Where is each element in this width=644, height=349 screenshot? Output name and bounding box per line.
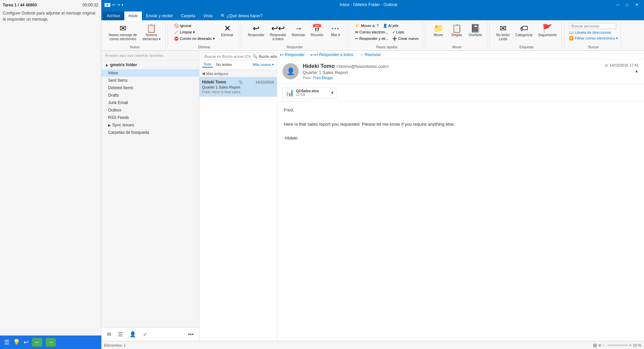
correo-btn[interactable]: ✉ Correo electrón... xyxy=(354,29,389,35)
attachment-file-icon: 📊 xyxy=(286,89,294,97)
view-grid-icon[interactable]: ⊞ xyxy=(593,343,597,348)
to-label: Para xyxy=(303,76,311,80)
nav-calendar-btn[interactable]: ☰ xyxy=(115,330,125,339)
folder-header[interactable]: ▲ gmetrix folder xyxy=(101,60,199,69)
sidebar: Arrastre aquí sus carpetas favoritas ▲ g… xyxy=(101,51,199,341)
reply-btn[interactable]: ↩ Responder xyxy=(246,23,267,39)
email-header-right: vi. 14/10/2016 17:41 ▲ xyxy=(605,63,639,73)
more-btn[interactable]: ⋯ Más ▾ xyxy=(327,23,344,39)
tab-inicio[interactable]: Inicio xyxy=(124,11,142,20)
viewer-forward-btn[interactable]: → Reenviar xyxy=(359,52,381,57)
nav-more-btn[interactable]: ••• xyxy=(185,330,196,339)
folder-sync[interactable]: ▶ Sync Issues xyxy=(101,121,199,129)
reply-all-btn[interactable]: ↩↩ Respondera todos xyxy=(268,23,289,43)
seguimiento-btn[interactable]: 🚩 Seguimiento xyxy=(536,23,559,39)
qa-save-btn[interactable]: ↩ xyxy=(112,2,116,7)
al-jefe-btn[interactable]: 👤 Al jefe xyxy=(381,23,400,29)
ribbon-group-mover: 📁 Mover 📋 Reglas 📓 OneNote Mover xyxy=(427,22,487,49)
taskbar-forward-btn[interactable]: → xyxy=(46,338,56,347)
favorites-placeholder: Arrastre aquí sus carpetas favoritas xyxy=(101,51,199,60)
tab-carpeta[interactable]: Carpeta xyxy=(177,11,199,20)
search-icon[interactable]: 🔍 xyxy=(252,54,257,59)
junk-btn[interactable]: ⛔ Correo no deseado ▾ xyxy=(173,36,216,42)
sort-dropdown[interactable]: Más nuevo ▾ xyxy=(253,63,274,67)
ribbon: ✉ Nuevo mensaje decorreo electrónico 📋 N… xyxy=(101,20,644,51)
mover-btn[interactable]: 📁 Mover xyxy=(430,23,447,39)
attachment-filename: Q1Sales.xlsx xyxy=(296,89,319,93)
viewer-reply-all-btn[interactable]: ↩↩ Responder a todos xyxy=(310,52,353,57)
viewer-reply-btn[interactable]: ↩ Responder xyxy=(280,52,305,57)
folder-deleted[interactable]: Deleted Items xyxy=(101,84,199,92)
folder-search[interactable]: Carpetas de búsqueda xyxy=(101,129,199,136)
email-from-name: Hideki Tomo xyxy=(303,63,335,69)
categorizar-btn[interactable]: 🏷 Categorizar xyxy=(513,23,535,39)
body-line-2: Here is that sales report you requested.… xyxy=(284,121,637,128)
email-preview: Fred, Here is that sales xyxy=(202,90,274,94)
sidebar-bottom-nav: ✉ ☰ 👤 ✓ ••• xyxy=(101,327,199,341)
attachment-file[interactable]: 📊 Q1Sales.xlsx 12 KB ▾ xyxy=(282,87,337,98)
email-search-input[interactable] xyxy=(204,54,251,58)
folder-drafts[interactable]: Drafts xyxy=(101,92,199,99)
no-leido-btn[interactable]: ✉ No leído/Leído xyxy=(494,23,512,43)
attachment-dropdown-btn[interactable]: ▾ xyxy=(331,90,333,95)
address-book-link[interactable]: 📖 Libreta de direcciones xyxy=(569,30,611,35)
email-item-0[interactable]: Hideki Tomo 📎 14/10/2016 Quarter 1 Sales… xyxy=(199,77,277,97)
folder-inbox[interactable]: Inbox xyxy=(101,69,199,77)
nav-people-btn[interactable]: 👤 xyxy=(127,330,139,339)
tab-search[interactable]: 🔍 ¿Qué desea hacer? xyxy=(217,11,267,20)
ribbon-group-etiquetas: ✉ No leído/Leído 🏷 Categorizar 🚩 Seguimi… xyxy=(492,22,562,49)
delete-btn[interactable]: ✕ Eliminar xyxy=(219,23,236,39)
new-email-btn[interactable]: ✉ Nuevo mensaje decorreo electrónico xyxy=(107,23,139,43)
taskbar-hint-btn[interactable]: 💡 xyxy=(13,339,20,346)
folder-sent[interactable]: Sent Items xyxy=(101,77,199,84)
view-list-icon[interactable]: ≡ xyxy=(598,343,601,348)
email-sender: Hideki Tomo xyxy=(202,80,226,84)
taskbar-menu-btn[interactable]: ☰ xyxy=(4,339,9,346)
filter-tab-all[interactable]: Todo xyxy=(202,61,213,68)
email-body: Fred, Here is that sales report you requ… xyxy=(277,101,644,341)
quick-access-toolbar: 📧 ↩ ↪ ▾ xyxy=(104,2,123,8)
responder-eli-btn[interactable]: ↩ Responder y eli... xyxy=(354,36,390,42)
ignore-btn[interactable]: 🚫 Ignorar xyxy=(173,23,216,29)
minimize-btn[interactable]: ─ xyxy=(614,2,622,8)
listo-btn[interactable]: ✓ Listo xyxy=(391,29,405,35)
expand-details-btn[interactable]: ▲ xyxy=(635,69,639,73)
mover-a-btn[interactable]: 📁 Mover a: ? xyxy=(354,23,380,29)
search-people-field[interactable] xyxy=(571,24,614,28)
to-name: Fred Bloggs xyxy=(313,76,333,80)
attachment-bar: 📊 Q1Sales.xlsx 12 KB ▾ xyxy=(277,84,644,101)
folder-junk[interactable]: Junk Email xyxy=(101,99,199,106)
qa-undo-btn[interactable]: ↪ xyxy=(117,2,120,7)
tab-archivo[interactable]: Archivo xyxy=(103,11,124,20)
clean-btn[interactable]: 🧹 Limpiar ▾ xyxy=(173,29,216,35)
zoom-slider[interactable] xyxy=(608,345,628,346)
taskbar-back-btn[interactable]: ← xyxy=(32,338,42,347)
folder-rss[interactable]: RSS Feeds xyxy=(101,114,199,121)
viewer-toolbar: ↩ Responder ↩↩ Responder a todos → Reenv… xyxy=(277,51,644,59)
main-content: Arrastre aquí sus carpetas favoritas ▲ g… xyxy=(101,51,644,341)
email-subject: Quarter 1 Sales Report xyxy=(202,85,274,89)
new-items-btn[interactable]: 📋 Nuevoselementos ▾ xyxy=(140,23,163,43)
tab-vista[interactable]: Vista xyxy=(199,11,216,20)
tab-enviar-recibir[interactable]: Enviar y recibir xyxy=(142,11,177,20)
zoom-control: + 10 % xyxy=(608,343,641,348)
reglas-btn[interactable]: 📋 Reglas xyxy=(448,23,465,39)
search-people-input[interactable] xyxy=(569,23,616,29)
maximize-btn[interactable]: □ xyxy=(623,2,631,8)
filter-email-link[interactable]: 🔽 Filtrar correo electrónico ▾ xyxy=(569,36,618,41)
folder-outbox[interactable]: Outbox xyxy=(101,106,199,114)
crear-nuevo-btn[interactable]: ➕ Crear nuevo xyxy=(391,36,420,42)
filter-tab-unread[interactable]: No leídos xyxy=(215,62,233,67)
ribbon-group-buscar: 📖 Libreta de direcciones 🔽 Filtrar corre… xyxy=(566,22,621,49)
nav-tasks-btn[interactable]: ✓ xyxy=(140,330,150,339)
zoom-plus-icon[interactable]: + xyxy=(629,343,631,348)
onenote-btn[interactable]: 📓 OneNote xyxy=(467,23,484,39)
ribbon-group-nuevo: ✉ Nuevo mensaje decorreo electrónico 📋 N… xyxy=(104,22,166,49)
taskbar-undo-btn[interactable]: ↩ xyxy=(24,339,29,346)
attachment-filesize: 12 KB xyxy=(296,93,319,97)
close-btn[interactable]: ✕ xyxy=(633,2,641,8)
nav-mail-btn[interactable]: ✉ xyxy=(104,330,114,339)
meeting-btn[interactable]: 📅 Reunión xyxy=(308,23,325,39)
forward-btn[interactable]: → Reenviar xyxy=(290,23,307,39)
zoom-minus-icon[interactable]: − xyxy=(602,343,605,348)
